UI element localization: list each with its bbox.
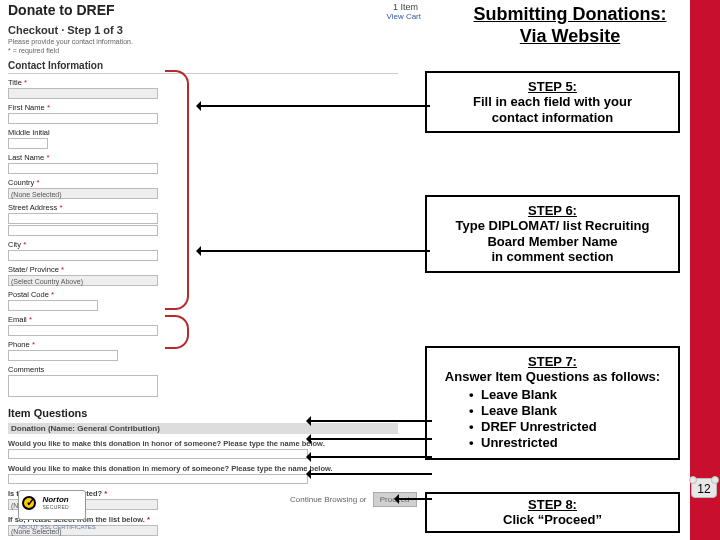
step-6-label: STEP 6: bbox=[433, 203, 672, 218]
step-7-item-1: Leave Blank bbox=[433, 387, 672, 403]
or-label: or bbox=[359, 495, 366, 504]
arrow-step-6 bbox=[200, 250, 430, 252]
step-8-label: STEP 8: bbox=[433, 497, 672, 512]
label-postal: Postal Code bbox=[8, 290, 49, 299]
slide-title: Submitting Donations: Via Website bbox=[450, 4, 690, 47]
step-7-body: Answer Item Questions as follows: bbox=[433, 369, 672, 385]
field-street-address: Street Address * bbox=[8, 203, 423, 236]
label-state: State/ Province bbox=[8, 265, 59, 274]
label-country: Country bbox=[8, 178, 34, 187]
step-7-item-4: Unrestricted bbox=[433, 435, 672, 451]
arrow-step-7d bbox=[310, 473, 432, 475]
callout-step-7: STEP 7: Answer Item Questions as follows… bbox=[425, 346, 680, 460]
about-ssl-link[interactable]: ABOUT SSL CERTIFICATES bbox=[18, 524, 96, 530]
callout-step-6: STEP 6: Type DIPLOMAT/ list Recruiting B… bbox=[425, 195, 680, 273]
arrow-step-8 bbox=[398, 498, 432, 500]
street-address-input-2[interactable] bbox=[8, 225, 158, 236]
step-7-label: STEP 7: bbox=[433, 354, 672, 369]
page-number: 12 bbox=[691, 478, 717, 498]
checkmark-icon bbox=[22, 496, 36, 510]
first-name-input[interactable] bbox=[8, 113, 158, 124]
checkout-step-note: Please provide your contact information. bbox=[8, 38, 423, 45]
brace-contact-fields bbox=[165, 70, 189, 310]
label-street-address: Street Address bbox=[8, 203, 57, 212]
city-input[interactable] bbox=[8, 250, 158, 261]
step-6-body: Type DIPLOMAT/ list Recruiting Board Mem… bbox=[433, 218, 672, 265]
slide-title-line1: Submitting Donations: bbox=[474, 4, 667, 24]
title-select[interactable] bbox=[8, 88, 158, 99]
postal-input[interactable] bbox=[8, 300, 98, 311]
state-select[interactable]: (Select Country Above) bbox=[8, 275, 158, 286]
contact-info-header: Contact Information bbox=[8, 60, 398, 74]
label-city: City bbox=[8, 240, 21, 249]
label-last-name: Last Name bbox=[8, 153, 44, 162]
label-title: Title bbox=[8, 78, 22, 87]
field-title: Title * bbox=[8, 78, 423, 99]
comments-textarea[interactable] bbox=[8, 375, 158, 397]
field-middle-initial: Middle Initial bbox=[8, 128, 423, 149]
question-1-input[interactable] bbox=[8, 449, 308, 459]
field-comments: Comments bbox=[8, 365, 423, 397]
accent-right-bar bbox=[690, 0, 720, 540]
norton-badge[interactable]: Norton SECURED bbox=[18, 490, 86, 520]
slide-title-line2: Via Website bbox=[520, 26, 620, 46]
field-phone: Phone * bbox=[8, 340, 423, 361]
phone-input[interactable] bbox=[8, 350, 118, 361]
field-last-name: Last Name * bbox=[8, 153, 423, 174]
field-country: Country * (None Selected) bbox=[8, 178, 423, 199]
checkout-step-line: Checkout · Step 1 of 3 bbox=[8, 24, 423, 36]
req-mark: * bbox=[22, 78, 27, 87]
last-name-input[interactable] bbox=[8, 163, 158, 174]
field-email: Email * bbox=[8, 315, 423, 336]
label-comments: Comments bbox=[8, 365, 44, 374]
step-7-item-3: DREF Unrestricted bbox=[433, 419, 672, 435]
arrow-step-7c bbox=[310, 456, 432, 458]
arrow-step-7b bbox=[310, 438, 432, 440]
label-phone: Phone bbox=[8, 340, 30, 349]
step-7-item-2: Leave Blank bbox=[433, 403, 672, 419]
step-5-label: STEP 5: bbox=[433, 79, 672, 94]
step-5-body: Fill in each field with your contact inf… bbox=[433, 94, 672, 125]
field-postal: Postal Code * bbox=[8, 290, 423, 311]
callout-step-5: STEP 5: Fill in each field with your con… bbox=[425, 71, 680, 133]
question-2-input[interactable] bbox=[8, 474, 308, 484]
label-email: Email bbox=[8, 315, 27, 324]
label-middle-initial: Middle Initial bbox=[8, 128, 50, 137]
cart-item-count: 1 Item bbox=[393, 2, 418, 12]
street-address-input[interactable] bbox=[8, 213, 158, 224]
middle-initial-input[interactable] bbox=[8, 138, 48, 149]
view-cart-link[interactable]: View Cart bbox=[386, 12, 421, 21]
email-input[interactable] bbox=[8, 325, 158, 336]
step-7-list: Leave Blank Leave Blank DREF Unrestricte… bbox=[433, 387, 672, 452]
callout-step-8: STEP 8: Click “Proceed” bbox=[425, 492, 680, 533]
step-8-body: Click “Proceed” bbox=[433, 512, 672, 528]
donation-bar: Donation (Name: General Contribution) bbox=[8, 423, 398, 434]
item-questions-header: Item Questions bbox=[8, 407, 423, 419]
question-2-label: Would you like to make this donation in … bbox=[8, 464, 398, 473]
required-note: * = required field bbox=[8, 47, 423, 54]
country-select[interactable]: (None Selected) bbox=[8, 188, 158, 199]
brace-comments-field bbox=[165, 315, 189, 349]
norton-sub: SECURED bbox=[42, 504, 69, 510]
norton-name: Norton bbox=[42, 495, 69, 504]
continue-browsing-link[interactable]: Continue Browsing bbox=[290, 495, 357, 504]
donate-header: Donate to DREF bbox=[8, 2, 423, 18]
arrow-step-7a bbox=[310, 420, 432, 422]
label-first-name: First Name bbox=[8, 103, 45, 112]
field-state: State/ Province * (Select Country Above) bbox=[8, 265, 423, 286]
question-1-label: Would you like to make this donation in … bbox=[8, 439, 398, 448]
arrow-step-5 bbox=[200, 105, 430, 107]
